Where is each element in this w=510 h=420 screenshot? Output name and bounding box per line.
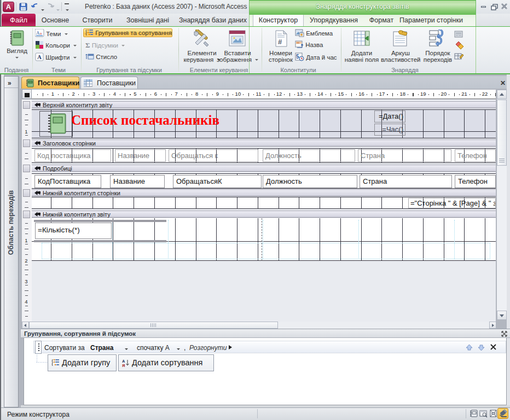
- svg-text:Я: Я: [122, 363, 125, 367]
- svg-text:A: A: [36, 30, 40, 36]
- svg-text:5: 5: [296, 54, 299, 60]
- svg-text:A: A: [37, 54, 42, 60]
- svg-text:xx: xx: [297, 41, 300, 44]
- svg-text:#: #: [278, 38, 282, 46]
